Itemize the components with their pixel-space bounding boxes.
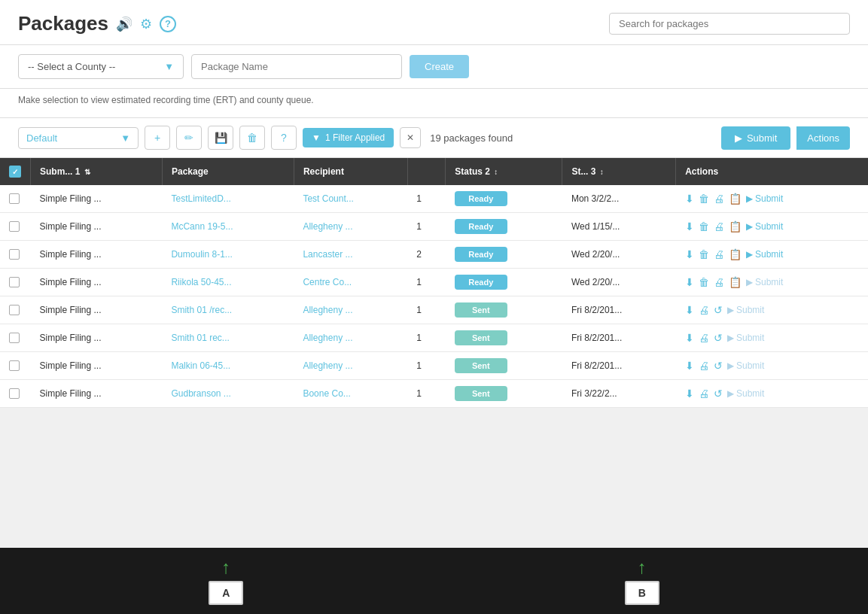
recipient-cell[interactable]: Allegheny ...: [294, 352, 407, 380]
row-checkbox[interactable]: [9, 388, 20, 399]
recipient-cell[interactable]: Allegheny ...: [294, 296, 407, 324]
delete-button[interactable]: 🗑: [239, 126, 265, 150]
package-link[interactable]: Riikola 50-45...: [171, 277, 231, 287]
actions-main-button[interactable]: Actions: [796, 126, 850, 150]
recipient-link[interactable]: Allegheny ...: [303, 305, 352, 315]
print-icon[interactable]: 🖨: [714, 248, 724, 260]
row-checkbox-cell[interactable]: [0, 185, 31, 213]
row-checkbox-cell[interactable]: [0, 352, 31, 380]
row-checkbox[interactable]: [9, 277, 20, 287]
package-link[interactable]: McCann 19-5...: [171, 221, 233, 232]
row-checkbox-cell[interactable]: [0, 380, 31, 408]
sound-icon[interactable]: 🔊: [116, 16, 132, 32]
view-select[interactable]: Default ▼: [18, 127, 139, 149]
recipient-cell[interactable]: Test Count...: [294, 185, 407, 213]
submit-row-button[interactable]: ▶ Submit: [746, 221, 784, 232]
settings-icon[interactable]: ⚙: [140, 16, 152, 32]
package-cell[interactable]: Smith 01 /rec...: [162, 296, 294, 324]
print-icon[interactable]: 🖨: [699, 360, 709, 372]
refresh-icon[interactable]: ↺: [714, 388, 723, 400]
download-icon[interactable]: ⬇: [685, 304, 694, 316]
th-submission[interactable]: Subm... 1 ⇅: [31, 158, 163, 185]
search-input[interactable]: [609, 13, 850, 35]
refresh-icon[interactable]: ↺: [714, 304, 723, 316]
row-checkbox[interactable]: [9, 360, 20, 371]
delete-row-icon[interactable]: 🗑: [699, 248, 709, 260]
archive-icon[interactable]: 📋: [729, 248, 742, 260]
refresh-icon[interactable]: ↺: [714, 360, 723, 372]
download-icon[interactable]: ⬇: [685, 248, 694, 260]
package-cell[interactable]: Malkin 06-45...: [162, 352, 294, 380]
th-checkbox[interactable]: ✓: [0, 158, 31, 185]
package-cell[interactable]: McCann 19-5...: [162, 213, 294, 241]
recipient-cell[interactable]: Lancaster ...: [294, 241, 407, 269]
package-cell[interactable]: Smith 01 rec...: [162, 324, 294, 352]
recipient-link[interactable]: Centre Co...: [303, 277, 352, 287]
submit-main-button[interactable]: ▶ Submit: [721, 126, 790, 150]
delete-row-icon[interactable]: 🗑: [699, 276, 709, 288]
download-icon[interactable]: ⬇: [685, 193, 694, 205]
recipient-link[interactable]: Test Count...: [303, 193, 353, 204]
archive-icon[interactable]: 📋: [729, 193, 742, 205]
download-icon[interactable]: ⬇: [685, 388, 694, 400]
download-icon[interactable]: ⬇: [685, 332, 694, 344]
row-checkbox-cell[interactable]: [0, 296, 31, 324]
th-submitted[interactable]: St... 3 ↕: [562, 158, 676, 185]
print-icon[interactable]: 🖨: [714, 193, 724, 205]
recipient-cell[interactable]: Allegheny ...: [294, 324, 407, 352]
create-button[interactable]: Create: [410, 55, 469, 78]
package-cell[interactable]: Gudbranson ...: [162, 380, 294, 408]
recipient-cell[interactable]: Centre Co...: [294, 269, 407, 296]
recipient-cell[interactable]: Boone Co...: [294, 380, 407, 408]
recipient-link[interactable]: Allegheny ...: [303, 333, 352, 343]
print-icon[interactable]: 🖨: [714, 220, 724, 233]
delete-row-icon[interactable]: 🗑: [699, 193, 709, 205]
package-cell[interactable]: TestLimitedD...: [162, 185, 294, 213]
package-cell[interactable]: Riikola 50-45...: [162, 269, 294, 296]
archive-icon[interactable]: 📋: [729, 276, 742, 288]
edit-button[interactable]: ✏: [176, 126, 202, 150]
print-icon[interactable]: 🖨: [699, 332, 709, 344]
package-name-input[interactable]: [191, 54, 402, 79]
row-checkbox[interactable]: [9, 221, 20, 232]
package-link[interactable]: Gudbranson ...: [171, 388, 230, 399]
add-button[interactable]: +: [145, 126, 170, 150]
package-link[interactable]: Smith 01 rec...: [171, 333, 229, 343]
row-checkbox-cell[interactable]: [0, 269, 31, 296]
package-link[interactable]: Malkin 06-45...: [171, 360, 230, 371]
archive-icon[interactable]: 📋: [729, 220, 742, 233]
print-icon[interactable]: 🖨: [714, 276, 724, 288]
row-checkbox-cell[interactable]: [0, 213, 31, 241]
print-icon[interactable]: 🖨: [699, 304, 709, 316]
row-checkbox-cell[interactable]: [0, 324, 31, 352]
recipient-link[interactable]: Boone Co...: [303, 388, 350, 399]
row-checkbox[interactable]: [9, 333, 20, 343]
filter-clear-button[interactable]: ✕: [400, 127, 421, 148]
print-icon[interactable]: 🖨: [699, 388, 709, 400]
download-icon[interactable]: ⬇: [685, 220, 694, 233]
download-icon[interactable]: ⬇: [685, 360, 694, 372]
recipient-link[interactable]: Allegheny ...: [303, 221, 352, 232]
recipient-link[interactable]: Lancaster ...: [303, 249, 352, 260]
filter-applied-button[interactable]: ▼ 1 Filter Applied: [303, 128, 394, 147]
save-button[interactable]: 💾: [208, 126, 233, 150]
recipient-cell[interactable]: Allegheny ...: [294, 213, 407, 241]
package-cell[interactable]: Dumoulin 8-1...: [162, 241, 294, 269]
submit-row-button[interactable]: ▶ Submit: [746, 193, 784, 204]
submit-row-button[interactable]: ▶ Submit: [746, 249, 784, 260]
th-status[interactable]: Status 2 ↕: [446, 158, 562, 185]
recipient-link[interactable]: Allegheny ...: [303, 360, 352, 371]
package-link[interactable]: TestLimitedD...: [171, 193, 230, 204]
refresh-icon[interactable]: ↺: [714, 332, 723, 344]
package-link[interactable]: Smith 01 /rec...: [171, 305, 232, 315]
th-recipient[interactable]: Recipient: [294, 158, 407, 185]
help-icon[interactable]: ?: [160, 16, 176, 32]
help-filter-button[interactable]: ?: [271, 126, 297, 150]
row-checkbox[interactable]: [9, 305, 20, 315]
package-link[interactable]: Dumoulin 8-1...: [171, 249, 232, 260]
county-dropdown[interactable]: -- Select a County -- ▼: [18, 54, 184, 79]
row-checkbox[interactable]: [9, 193, 20, 204]
th-package[interactable]: Package: [162, 158, 294, 185]
delete-row-icon[interactable]: 🗑: [699, 220, 709, 233]
download-icon[interactable]: ⬇: [685, 276, 694, 288]
